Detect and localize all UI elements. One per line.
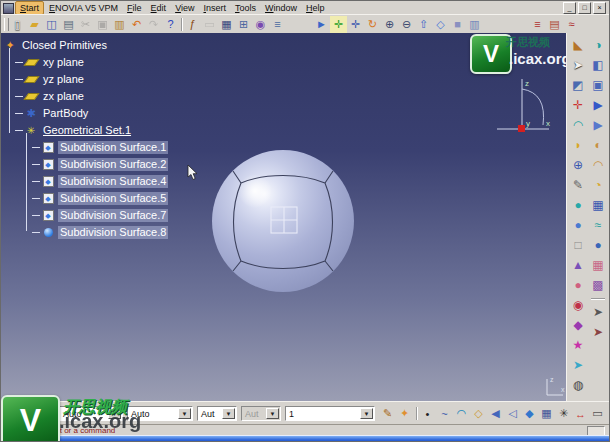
tree-item-subdivision-surface-4[interactable]: Subdivision Surface.4 — [32, 173, 168, 190]
redo-icon[interactable]: ↷ — [145, 16, 162, 33]
ellipsoid-icon[interactable]: ● — [569, 195, 587, 215]
star-surface-icon[interactable]: ★ — [569, 335, 587, 355]
pointer-2-icon[interactable]: ➤ — [589, 322, 607, 342]
minimize-button[interactable]: _ — [563, 2, 576, 14]
catalog-icon-1[interactable]: ≡ — [529, 16, 546, 33]
surface-icon[interactable]: ◠ — [453, 405, 470, 422]
flag-surface-icon[interactable]: ▶ — [589, 95, 607, 115]
cone-primitive-icon[interactable]: ▲ — [569, 255, 587, 275]
tree-root-closed-primitives[interactable]: Closed Primitives — [3, 37, 168, 54]
copy-icon[interactable]: ▣ — [94, 16, 111, 33]
cut-icon[interactable]: ✂ — [77, 16, 94, 33]
pointtype-combo[interactable]: Aut ▼ — [241, 406, 281, 421]
shell-tan-2-icon[interactable]: ◠ — [589, 155, 607, 175]
window-tool-icon[interactable]: ▦ — [538, 405, 555, 422]
chevron-down-icon[interactable]: ▼ — [266, 408, 279, 419]
checker-blue-icon[interactable]: ▦ — [589, 195, 607, 215]
chevron-down-icon[interactable]: ▼ — [360, 408, 373, 419]
axis-system-icon[interactable]: ✛ — [569, 95, 587, 115]
menu-view[interactable]: View — [171, 2, 198, 14]
tree-item-yz-plane[interactable]: yz plane — [15, 71, 168, 88]
frame-icon[interactable]: □ — [569, 235, 587, 255]
target-icon[interactable]: ◉ — [569, 295, 587, 315]
wave-icon[interactable]: ≈ — [589, 215, 607, 235]
shaded-view-icon[interactable]: ■ — [449, 16, 466, 33]
menu-start[interactable]: Start — [15, 1, 44, 15]
power-input-bar[interactable] — [1, 435, 609, 442]
ball-icon[interactable]: ● — [569, 275, 587, 295]
snap-select-icon[interactable]: ◩ — [569, 75, 587, 95]
rotate-icon[interactable]: ↻ — [364, 16, 381, 33]
lock-icon[interactable]: ◉ — [252, 16, 269, 33]
zoom-in-icon[interactable]: ⊕ — [381, 16, 398, 33]
announce-icon[interactable]: ◀ — [487, 405, 504, 422]
menu-insert[interactable]: Insert — [199, 2, 230, 14]
formula-icon[interactable]: ƒ — [184, 16, 201, 33]
painter-icon[interactable]: ✎ — [379, 405, 396, 422]
arrow-surface-icon[interactable]: ➤ — [569, 355, 587, 375]
subdivision-sphere[interactable] — [203, 141, 363, 301]
tree-item-subdivision-surface-1[interactable]: Subdivision Surface.1 — [32, 139, 168, 156]
tree-item-subdivision-surface-8[interactable]: Subdivision Surface.8 — [32, 224, 168, 241]
menu-help[interactable]: Help — [302, 2, 329, 14]
pan-hand-icon[interactable]: ◍ — [569, 375, 587, 395]
chevron-down-icon[interactable]: ▼ — [178, 408, 191, 419]
thickness-combo[interactable]: Aut ▼ — [197, 406, 237, 421]
paste-icon[interactable]: ▥ — [111, 16, 128, 33]
select-arrow-icon[interactable]: ➤ — [569, 55, 587, 75]
checker-pink-icon[interactable]: ▦ — [589, 255, 607, 275]
zoom-tool-icon[interactable]: ⊕ — [569, 155, 587, 175]
extract-icon[interactable]: ▣ — [589, 75, 607, 95]
close-button[interactable]: × — [593, 2, 606, 14]
blue-shell-icon[interactable]: ● — [589, 235, 607, 255]
viewport[interactable]: Closed Primitives xy plane yz plane — [1, 33, 569, 401]
tree-item-zx-plane[interactable]: zx plane — [15, 88, 168, 105]
whats-this-icon[interactable]: ? — [162, 16, 179, 33]
filter-icon[interactable]: ≡ — [269, 16, 286, 33]
tree-item-subdivision-surface-5[interactable]: Subdivision Surface.5 — [32, 190, 168, 207]
normal-view-icon[interactable]: ⇧ — [415, 16, 432, 33]
sphere-primitive-icon[interactable]: ● — [569, 215, 587, 235]
fly-mode-icon[interactable]: ► — [313, 16, 330, 33]
flag-surface-2-icon[interactable]: ▶ — [589, 115, 607, 135]
sketch-icon[interactable]: ✎ — [569, 175, 587, 195]
shell-tan-icon[interactable]: ◐ — [589, 135, 607, 155]
menu-enovia[interactable]: ENOVIA V5 VPM — [45, 2, 122, 14]
dome-icon[interactable]: ◑ — [589, 35, 607, 55]
tree-item-subdivision-surface-7[interactable]: Subdivision Surface.7 — [32, 207, 168, 224]
menu-window[interactable]: Window — [261, 2, 301, 14]
box-surface-icon[interactable]: ◧ — [589, 55, 607, 75]
tree-item-subdivision-surface-2[interactable]: Subdivision Surface.2 — [32, 156, 168, 173]
structure-icon[interactable]: ⊞ — [235, 16, 252, 33]
runner-icon[interactable]: ✳ — [555, 405, 572, 422]
restore-button[interactable]: □ — [578, 2, 591, 14]
open-folder-icon[interactable]: ▰ — [26, 16, 43, 33]
lock-tool-icon[interactable]: ⊙ — [606, 405, 610, 422]
save-icon[interactable]: ◫ — [43, 16, 60, 33]
toolbar-separator[interactable] — [589, 295, 607, 302]
shell-icon[interactable]: ◆ — [569, 315, 587, 335]
catalog-icon-3[interactable]: ≈ — [563, 16, 580, 33]
pointer-icon[interactable]: ➤ — [589, 302, 607, 322]
point-icon[interactable]: • — [419, 405, 436, 422]
knowledge-icon[interactable]: ▭ — [201, 16, 218, 33]
menu-file[interactable]: File — [123, 2, 146, 14]
sweep-icon[interactable]: ◠ — [569, 115, 587, 135]
catalog-icon-2[interactable]: ▤ — [546, 16, 563, 33]
print-icon[interactable]: ▤ — [60, 16, 77, 33]
tree-item-geometrical-set-1[interactable]: Geometrical Set.1 — [15, 122, 168, 139]
zoom-out-icon[interactable]: ⊖ — [398, 16, 415, 33]
plane-tool-icon[interactable]: ◇ — [470, 405, 487, 422]
undo-icon[interactable]: ↶ — [128, 16, 145, 33]
layer-combo[interactable]: 1 ▼ — [285, 406, 375, 421]
wizard-icon[interactable]: ✦ — [396, 405, 413, 422]
chevron-down-icon[interactable]: ▼ — [222, 408, 235, 419]
pan-icon[interactable]: ✛ — [347, 16, 364, 33]
menu-edit[interactable]: Edit — [147, 2, 171, 14]
design-table-icon[interactable]: ▦ — [218, 16, 235, 33]
shell-yellow-icon[interactable]: ◔ — [589, 175, 607, 195]
gadget-icon[interactable]: ◆ — [521, 405, 538, 422]
announce-2-icon[interactable]: ◁ — [504, 405, 521, 422]
menu-tools[interactable]: Tools — [231, 2, 260, 14]
iso-view-icon[interactable]: ◇ — [432, 16, 449, 33]
